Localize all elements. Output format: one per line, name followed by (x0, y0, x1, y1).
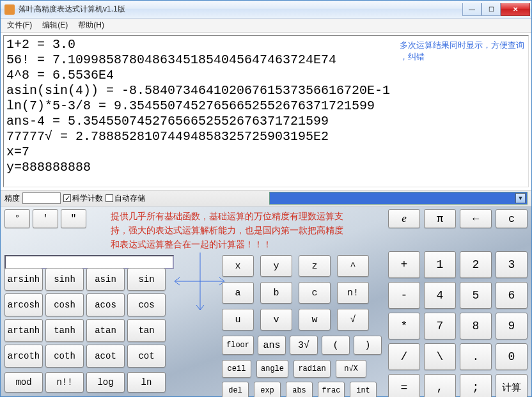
auto-checkbox[interactable] (106, 194, 113, 202)
num-9-button[interactable]: 9 (496, 313, 528, 339)
sci-checkbox[interactable]: ✓ (63, 194, 71, 202)
mult-button[interactable]: * (388, 313, 420, 339)
minus-button[interactable]: - (388, 282, 420, 309)
cosh-button[interactable]: cosh (45, 293, 84, 316)
cot-button[interactable]: cot (127, 345, 166, 368)
acot-button[interactable]: acot (86, 345, 125, 368)
artanh-button[interactable]: artanh (4, 319, 43, 342)
arsinh-button[interactable]: arsinh (4, 268, 43, 291)
ceil-button[interactable]: ceil (222, 360, 251, 378)
sci-label: 科学计数 (72, 193, 103, 204)
frac-button[interactable]: frac (318, 382, 345, 397)
history-combo[interactable]: ▼ (269, 192, 528, 205)
x-button[interactable]: x (222, 255, 254, 277)
plus-button[interactable]: + (388, 251, 420, 278)
menu-edit[interactable]: 编辑(E) (38, 19, 72, 32)
rparen-button[interactable]: ) (354, 336, 382, 355)
arcoth-button[interactable]: arcoth (4, 345, 43, 368)
c-button[interactable]: c (299, 282, 331, 304)
cos-button[interactable]: cos (127, 293, 166, 316)
keypad-panel: ° ' " 提供几乎所有基础函数，基础运算的万位精度有理数运算支持，强大的表达式… (1, 206, 531, 396)
output-line: asin(sin(4)) = -8.5840734641020676153735… (6, 83, 390, 98)
tanh-button[interactable]: tanh (45, 319, 84, 342)
comma-button[interactable]: , (424, 374, 456, 397)
minute-button[interactable]: ' (33, 209, 58, 228)
lparen-button[interactable]: ( (322, 336, 350, 355)
close-button[interactable]: ✕ (501, 3, 530, 16)
abs-button[interactable]: abs (286, 382, 313, 397)
app-icon (4, 4, 15, 15)
num-1-button[interactable]: 1 (424, 251, 456, 278)
a-button[interactable]: a (222, 282, 254, 304)
nroot-button[interactable]: n√X (336, 360, 366, 378)
ans-button[interactable]: ans (258, 336, 286, 355)
num-3-button[interactable]: 3 (496, 251, 528, 278)
w-button[interactable]: w (299, 309, 331, 331)
num-4-button[interactable]: 4 (424, 282, 456, 309)
y-button[interactable]: y (260, 255, 292, 277)
calc-button[interactable]: 计算 (496, 374, 528, 397)
precision-input[interactable] (22, 192, 61, 204)
mod-row: mod n!! log ln (4, 372, 166, 393)
floor-button[interactable]: floor (222, 336, 254, 355)
coth-button[interactable]: coth (45, 345, 84, 368)
auto-checkbox-wrap[interactable]: 自动存储 (106, 193, 145, 204)
pi-button[interactable]: π (424, 209, 456, 228)
mod-button[interactable]: mod (4, 372, 43, 393)
v-button[interactable]: v (260, 309, 292, 331)
backslash-button[interactable]: \ (424, 343, 456, 370)
int-button[interactable]: int (350, 382, 377, 397)
num-7-button[interactable]: 7 (424, 313, 456, 339)
radian-button[interactable]: radian (293, 360, 331, 378)
output-line: 77777√ = 2.78885281074494858325725903195… (6, 129, 329, 144)
chevron-down-icon[interactable]: ▼ (515, 193, 526, 203)
num-2-button[interactable]: 2 (460, 251, 492, 278)
backspace-button[interactable]: ← (460, 209, 492, 228)
num-8-button[interactable]: 8 (460, 313, 492, 339)
semicolon-button[interactable]: ; (460, 374, 492, 397)
sqrt-button[interactable]: √ (337, 309, 369, 331)
titlebar: 落叶高精度表达式计算机v1.1版 — ☐ ✕ (1, 1, 531, 19)
menu-file[interactable]: 文件(F) (3, 19, 36, 32)
sci-checkbox-wrap[interactable]: ✓ 科学计数 (63, 193, 103, 204)
asin-button[interactable]: asin (86, 268, 125, 291)
div-button[interactable]: / (388, 343, 420, 370)
del-button[interactable]: del (222, 382, 249, 397)
log-button[interactable]: log (86, 372, 125, 393)
precision-label: 精度 (4, 193, 20, 204)
vars-row-5: ceil angle radian n√X (222, 360, 378, 378)
num-0-button[interactable]: 0 (496, 343, 528, 370)
power-button[interactable]: ^ (337, 255, 369, 277)
z-button[interactable]: z (299, 255, 331, 277)
exp-button[interactable]: exp (254, 382, 281, 397)
sinh-button[interactable]: sinh (45, 268, 84, 291)
e-button[interactable]: e (388, 209, 420, 228)
output-area[interactable]: 1+2 = 3.0 56! = 7.1099858780486345185404… (3, 35, 529, 187)
num-5-button[interactable]: 5 (460, 282, 492, 309)
atan-button[interactable]: atan (86, 319, 125, 342)
cbrt-button[interactable]: 3√ (290, 336, 318, 355)
acos-button[interactable]: acos (86, 293, 125, 316)
options-row: 精度 ✓ 科学计数 自动存储 ▼ (1, 190, 531, 206)
output-line: ans-4 = 5.354550745276566525526763717215… (6, 114, 329, 128)
angle-button[interactable]: angle (256, 360, 288, 378)
ln-button[interactable]: ln (127, 372, 166, 393)
output-line: 4^8 = 6.5536E4 (6, 68, 114, 82)
arcosh-button[interactable]: arcosh (4, 293, 43, 316)
output-line: 56! = 7.10998587804863451854045647463724… (6, 52, 336, 67)
u-button[interactable]: u (222, 309, 254, 331)
fact-button[interactable]: n! (337, 282, 369, 304)
eq-button[interactable]: = (388, 374, 420, 397)
b-button[interactable]: b (260, 282, 292, 304)
maximize-button[interactable]: ☐ (481, 3, 501, 16)
second-button[interactable]: " (61, 209, 86, 228)
minimize-button[interactable]: — (462, 3, 481, 16)
dot-button[interactable]: . (460, 343, 492, 370)
tan-button[interactable]: tan (127, 319, 166, 342)
clear-button[interactable]: c (496, 209, 528, 228)
degree-button[interactable]: ° (4, 209, 30, 228)
menu-help[interactable]: 帮助(H) (74, 19, 108, 32)
dfact-button[interactable]: n!! (45, 372, 84, 393)
num-6-button[interactable]: 6 (496, 282, 528, 309)
sin-button[interactable]: sin (127, 268, 166, 291)
